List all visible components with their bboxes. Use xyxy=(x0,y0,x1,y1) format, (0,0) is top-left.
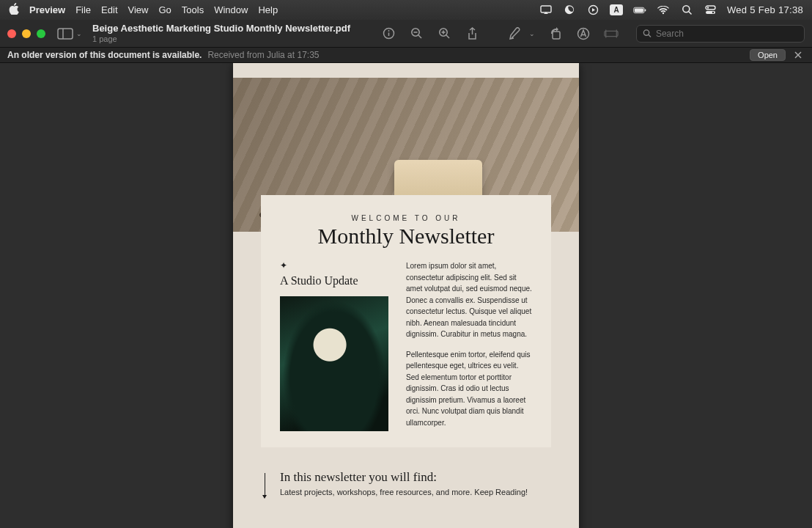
document-viewport[interactable]: WELCOME TO OUR Monthly Newsletter ✦ A St… xyxy=(0,63,812,528)
svg-line-17 xyxy=(418,35,421,38)
newsletter-footer: In this newsletter you will find: Latest… xyxy=(261,470,551,499)
page-bottom-band xyxy=(233,513,579,528)
body-paragraph-1: Lorem ipsum dolor sit amet, consectetur … xyxy=(406,260,532,340)
menu-help[interactable]: Help xyxy=(258,4,278,15)
newsletter-card: WELCOME TO OUR Monthly Newsletter ✦ A St… xyxy=(261,195,551,447)
rotate-button[interactable] xyxy=(548,26,563,41)
menu-file[interactable]: File xyxy=(75,4,91,15)
sidebar-toggle-button[interactable]: ⌄ xyxy=(57,28,82,40)
document-title-block: Beige Aesthetic Marketing Studio Monthly… xyxy=(92,23,350,44)
control-center-icon[interactable] xyxy=(704,4,717,17)
fullscreen-window-button[interactable] xyxy=(37,29,45,38)
body-paragraph-2: Pellentesque enim tortor, eleifend quis … xyxy=(406,349,532,429)
dismiss-banner-button[interactable] xyxy=(791,50,805,61)
chevron-down-icon: ⌄ xyxy=(76,30,82,37)
search-field[interactable] xyxy=(636,25,805,43)
document-title: Beige Aesthetic Marketing Studio Monthly… xyxy=(92,23,350,34)
wifi-icon[interactable] xyxy=(657,4,670,17)
window-controls xyxy=(7,29,45,38)
svg-rect-3 xyxy=(635,8,643,12)
zoom-out-button[interactable] xyxy=(409,26,424,41)
studio-update-heading: A Studio Update xyxy=(280,274,390,287)
search-input[interactable] xyxy=(656,29,798,39)
menu-go[interactable]: Go xyxy=(158,4,171,15)
menubar-clock[interactable]: Wed 5 Feb 17:38 xyxy=(727,4,803,15)
svg-point-10 xyxy=(712,12,713,13)
document-page-count: 1 page xyxy=(92,34,350,44)
version-banner: An older version of this document is ava… xyxy=(0,48,812,63)
sparkle-icon: ✦ xyxy=(280,260,390,271)
do-not-disturb-icon[interactable] xyxy=(563,4,576,17)
highlight-menu-chevron-icon[interactable]: ⌄ xyxy=(529,30,535,37)
highlight-button[interactable] xyxy=(509,26,523,41)
menu-window[interactable]: Window xyxy=(214,4,248,15)
footer-heading: In this newsletter you will find: xyxy=(280,470,528,485)
close-window-button[interactable] xyxy=(7,29,16,38)
svg-line-6 xyxy=(688,12,691,15)
spotlight-icon[interactable] xyxy=(680,4,693,17)
svg-line-29 xyxy=(649,34,651,37)
toolbar-actions: ⌄ xyxy=(381,25,805,43)
footer-subtext: Latest projects, workshops, free resourc… xyxy=(280,488,528,496)
svg-line-20 xyxy=(446,35,449,38)
search-icon xyxy=(643,29,652,38)
menubar-status-area: A Wed 5 Feb 17:38 xyxy=(539,4,803,17)
markup-button[interactable] xyxy=(576,26,591,41)
svg-rect-4 xyxy=(645,9,646,11)
svg-point-14 xyxy=(388,30,389,32)
svg-point-8 xyxy=(706,7,708,8)
menu-view[interactable]: View xyxy=(128,4,149,15)
svg-point-28 xyxy=(643,30,649,35)
portrait-image xyxy=(280,296,388,431)
apple-menu-icon[interactable] xyxy=(9,3,19,17)
zoom-in-button[interactable] xyxy=(437,26,451,41)
menu-edit[interactable]: Edit xyxy=(101,4,117,15)
share-button[interactable] xyxy=(465,26,479,41)
screen-mirroring-icon[interactable] xyxy=(539,4,553,17)
welcome-kicker: WELCOME TO OUR xyxy=(280,214,532,222)
down-arrow-icon xyxy=(261,473,268,499)
info-button[interactable] xyxy=(381,26,396,41)
redact-button[interactable] xyxy=(604,26,619,41)
pdf-page: WELCOME TO OUR Monthly Newsletter ✦ A St… xyxy=(233,63,579,528)
svg-rect-23 xyxy=(553,32,560,39)
menu-tools[interactable]: Tools xyxy=(182,4,204,15)
version-banner-message: An older version of this document is ava… xyxy=(7,50,202,60)
svg-rect-0 xyxy=(541,6,551,12)
now-playing-icon[interactable] xyxy=(586,4,599,17)
svg-rect-25 xyxy=(605,31,618,36)
svg-rect-11 xyxy=(58,29,73,39)
minimize-window-button[interactable] xyxy=(22,29,31,38)
newsletter-headline: Monthly Newsletter xyxy=(280,224,532,249)
window-toolbar: ⌄ Beige Aesthetic Marketing Studio Month… xyxy=(0,20,812,48)
menubar-app-name[interactable]: Preview xyxy=(29,4,65,15)
battery-icon[interactable] xyxy=(633,4,646,17)
input-source-badge[interactable]: A xyxy=(610,4,623,15)
open-older-version-button[interactable]: Open xyxy=(750,49,786,61)
menubar: Preview File Edit View Go Tools Window H… xyxy=(0,0,812,20)
version-banner-detail: Received from Julia at 17:35 xyxy=(207,50,319,60)
svg-point-5 xyxy=(682,6,689,12)
